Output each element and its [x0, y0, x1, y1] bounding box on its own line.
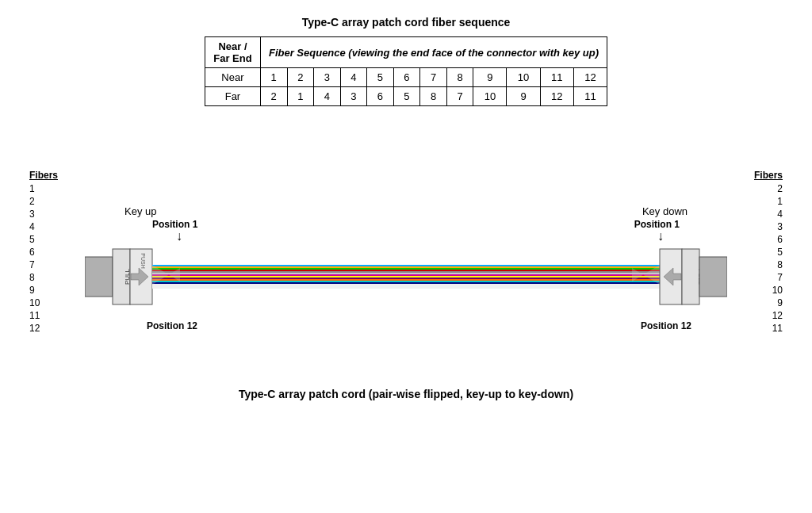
left-fibers-title: Fibers: [29, 170, 58, 181]
right-fiber-number: 5: [777, 246, 783, 258]
table-cell: 5: [393, 87, 420, 106]
right-fiber-number: 11: [772, 322, 783, 335]
svg-rect-26: [699, 257, 727, 297]
key-down-label: Key down: [642, 205, 688, 217]
svg-rect-24: [682, 249, 699, 304]
table-cell: 2: [287, 68, 314, 87]
left-fiber-number: 2: [29, 195, 40, 208]
left-fiber-number: 12: [29, 322, 40, 335]
svg-text:PUSH: PUSH: [140, 253, 146, 268]
table-cell: 4: [340, 68, 367, 87]
table-cell: 4: [314, 87, 341, 106]
position1-left-label: Position 1: [152, 219, 197, 230]
connector-svg: PULL PUSH PUSH: [85, 233, 727, 320]
left-fiber-number: 7: [29, 258, 40, 271]
right-fiber-number: 6: [777, 233, 783, 246]
connector-diagram: Fibers 123456789101112 Fibers 2143658710…: [29, 130, 783, 376]
table-cell: 3: [340, 87, 367, 106]
table-row-label: Near: [205, 68, 260, 87]
table-title: Type-C array patch cord fiber sequence: [302, 16, 511, 29]
table-cell: 11: [540, 68, 573, 87]
right-fiber-number: 10: [772, 284, 783, 297]
table-cell: 7: [446, 87, 473, 106]
table-cell: 12: [540, 87, 573, 106]
left-fiber-number: 4: [29, 220, 40, 233]
table-cell: 1: [287, 87, 314, 106]
right-fiber-number: 1: [777, 195, 783, 208]
table-cell: 7: [420, 68, 447, 87]
table-cell: 5: [367, 68, 394, 87]
table-cell: 3: [314, 68, 341, 87]
table-cell: 6: [393, 68, 420, 87]
right-fiber-number: 8: [777, 258, 783, 271]
left-fiber-number: 1: [29, 182, 40, 195]
left-fiber-number: 9: [29, 284, 40, 297]
table-cell: 10: [507, 68, 540, 87]
table-cell: 12: [573, 68, 607, 87]
left-fiber-number: 10: [29, 297, 40, 309]
left-fiber-number: 8: [29, 271, 40, 284]
left-fiber-number: 11: [29, 309, 40, 322]
table-cell: 8: [420, 87, 447, 106]
right-fiber-number: 4: [777, 208, 783, 220]
svg-rect-0: [85, 257, 113, 297]
right-fiber-number: 7: [777, 271, 783, 284]
right-fiber-number: 2: [777, 182, 783, 195]
key-up-label: Key up: [124, 205, 156, 217]
position12-right-label: Position 12: [641, 320, 691, 331]
table-row-label: Far: [205, 87, 260, 106]
table-header-near-far: Near / Far End: [205, 37, 260, 68]
right-fiber-number: 3: [777, 220, 783, 233]
fiber-sequence-table: Near / Far End Fiber Sequence (viewing t…: [205, 36, 607, 106]
left-fiber-number: 6: [29, 246, 40, 258]
table-cell: 9: [473, 68, 507, 87]
table-cell: 11: [573, 87, 607, 106]
left-fiber-number: 3: [29, 208, 40, 220]
left-fiber-labels: Fibers 123456789101112: [29, 170, 58, 335]
bottom-caption: Type-C array patch cord (pair-wise flipp…: [239, 388, 573, 400]
table-cell: 10: [473, 87, 507, 106]
right-fiber-number: 12: [772, 309, 783, 322]
table-cell: 6: [367, 87, 394, 106]
table-cell: 2: [260, 87, 287, 106]
table-cell: 8: [446, 68, 473, 87]
right-fiber-number: 9: [777, 297, 783, 309]
table-header-fiber-sequence: Fiber Sequence (viewing the end face of …: [260, 37, 607, 68]
table-cell: 9: [507, 87, 540, 106]
right-fiber-labels: Fibers 214365871091211: [754, 170, 783, 335]
position12-left-label: Position 12: [147, 320, 197, 331]
left-fiber-number: 5: [29, 233, 40, 246]
right-fibers-title: Fibers: [754, 170, 783, 181]
position1-right-label: Position 1: [634, 219, 680, 230]
table-cell: 1: [260, 68, 287, 87]
